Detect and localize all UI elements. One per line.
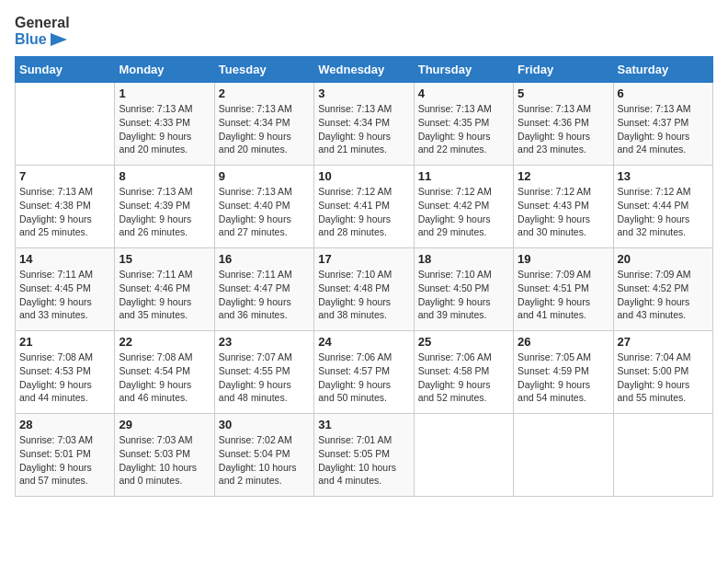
calendar-cell: 8Sunrise: 7:13 AM Sunset: 4:39 PM Daylig… [115,166,214,248]
day-info: Sunrise: 7:11 AM Sunset: 4:45 PM Dayligh… [19,268,110,322]
day-number: 6 [618,86,709,100]
column-header-sunday: Sunday [16,57,115,83]
day-number: 27 [618,335,709,349]
week-row-2: 7Sunrise: 7:13 AM Sunset: 4:38 PM Daylig… [16,166,713,248]
week-row-1: 1Sunrise: 7:13 AM Sunset: 4:33 PM Daylig… [16,83,713,166]
header-row: SundayMondayTuesdayWednesdayThursdayFrid… [16,57,713,83]
day-info: Sunrise: 7:12 AM Sunset: 4:44 PM Dayligh… [618,185,709,239]
column-header-wednesday: Wednesday [314,57,414,83]
day-number: 1 [119,86,210,100]
calendar-cell: 9Sunrise: 7:13 AM Sunset: 4:40 PM Daylig… [214,166,313,248]
calendar-cell: 13Sunrise: 7:12 AM Sunset: 4:44 PM Dayli… [613,166,712,248]
column-header-monday: Monday [115,57,214,83]
day-info: Sunrise: 7:02 AM Sunset: 5:04 PM Dayligh… [219,433,310,488]
calendar-cell: 7Sunrise: 7:13 AM Sunset: 4:38 PM Daylig… [16,166,115,248]
day-info: Sunrise: 7:13 AM Sunset: 4:39 PM Dayligh… [119,185,210,239]
day-info: Sunrise: 7:13 AM Sunset: 4:34 PM Dayligh… [219,102,310,156]
day-number: 12 [518,169,609,183]
logo-blue: Blue [15,31,70,48]
day-number: 2 [219,86,310,100]
day-info: Sunrise: 7:13 AM Sunset: 4:37 PM Dayligh… [618,102,709,156]
svg-marker-0 [51,33,67,46]
day-number: 10 [318,169,409,183]
day-info: Sunrise: 7:01 AM Sunset: 5:05 PM Dayligh… [318,433,409,488]
day-info: Sunrise: 7:10 AM Sunset: 4:50 PM Dayligh… [418,268,509,322]
calendar-cell: 10Sunrise: 7:12 AM Sunset: 4:41 PM Dayli… [314,166,414,248]
day-number: 18 [418,252,509,266]
day-info: Sunrise: 7:03 AM Sunset: 5:03 PM Dayligh… [119,433,210,488]
day-number: 20 [618,252,709,266]
day-number: 4 [418,86,509,100]
calendar-cell: 5Sunrise: 7:13 AM Sunset: 4:36 PM Daylig… [514,83,613,166]
day-info: Sunrise: 7:03 AM Sunset: 5:01 PM Dayligh… [19,433,110,488]
day-number: 24 [318,335,409,349]
day-info: Sunrise: 7:04 AM Sunset: 5:00 PM Dayligh… [618,350,709,405]
day-info: Sunrise: 7:13 AM Sunset: 4:34 PM Dayligh… [318,102,409,156]
day-info: Sunrise: 7:11 AM Sunset: 4:46 PM Dayligh… [119,268,210,322]
calendar-cell: 14Sunrise: 7:11 AM Sunset: 4:45 PM Dayli… [16,248,115,331]
day-info: Sunrise: 7:12 AM Sunset: 4:41 PM Dayligh… [318,185,409,239]
logo: General Blue [15,15,70,47]
calendar-cell: 16Sunrise: 7:11 AM Sunset: 4:47 PM Dayli… [214,248,313,331]
day-number: 7 [19,169,110,183]
day-number: 17 [318,252,409,266]
day-number: 5 [518,86,609,100]
logo-arrow-icon [51,33,67,46]
day-number: 16 [219,252,310,266]
day-number: 13 [618,169,709,183]
calendar-cell: 15Sunrise: 7:11 AM Sunset: 4:46 PM Dayli… [115,248,214,331]
calendar-cell: 21Sunrise: 7:08 AM Sunset: 4:53 PM Dayli… [16,331,115,414]
calendar-cell: 27Sunrise: 7:04 AM Sunset: 5:00 PM Dayli… [613,331,712,414]
calendar-cell: 4Sunrise: 7:13 AM Sunset: 4:35 PM Daylig… [414,83,513,166]
calendar-cell: 23Sunrise: 7:07 AM Sunset: 4:55 PM Dayli… [214,331,313,414]
page-header: General Blue [15,15,713,47]
day-info: Sunrise: 7:13 AM Sunset: 4:35 PM Dayligh… [418,102,509,156]
day-info: Sunrise: 7:09 AM Sunset: 4:52 PM Dayligh… [618,268,709,322]
day-info: Sunrise: 7:12 AM Sunset: 4:42 PM Dayligh… [418,185,509,239]
day-number: 15 [119,252,210,266]
day-info: Sunrise: 7:07 AM Sunset: 4:55 PM Dayligh… [219,350,310,405]
week-row-4: 21Sunrise: 7:08 AM Sunset: 4:53 PM Dayli… [16,331,713,414]
calendar-cell: 3Sunrise: 7:13 AM Sunset: 4:34 PM Daylig… [314,83,414,166]
calendar-cell: 22Sunrise: 7:08 AM Sunset: 4:54 PM Dayli… [115,331,214,414]
day-info: Sunrise: 7:12 AM Sunset: 4:43 PM Dayligh… [518,185,609,239]
day-info: Sunrise: 7:06 AM Sunset: 4:58 PM Dayligh… [418,350,509,405]
calendar-cell: 28Sunrise: 7:03 AM Sunset: 5:01 PM Dayli… [16,414,115,497]
calendar-cell: 29Sunrise: 7:03 AM Sunset: 5:03 PM Dayli… [115,414,214,497]
calendar-cell: 12Sunrise: 7:12 AM Sunset: 4:43 PM Dayli… [514,166,613,248]
calendar-cell: 11Sunrise: 7:12 AM Sunset: 4:42 PM Dayli… [414,166,513,248]
calendar-cell [414,414,513,497]
column-header-friday: Friday [514,57,613,83]
column-header-thursday: Thursday [414,57,513,83]
calendar-cell [16,83,115,166]
calendar-cell: 25Sunrise: 7:06 AM Sunset: 4:58 PM Dayli… [414,331,513,414]
day-info: Sunrise: 7:13 AM Sunset: 4:38 PM Dayligh… [19,185,110,239]
calendar-cell [514,414,613,497]
week-row-5: 28Sunrise: 7:03 AM Sunset: 5:01 PM Dayli… [16,414,713,497]
day-number: 8 [119,169,210,183]
calendar-cell: 31Sunrise: 7:01 AM Sunset: 5:05 PM Dayli… [314,414,414,497]
calendar-cell: 26Sunrise: 7:05 AM Sunset: 4:59 PM Dayli… [514,331,613,414]
calendar-cell: 2Sunrise: 7:13 AM Sunset: 4:34 PM Daylig… [214,83,313,166]
calendar-cell: 24Sunrise: 7:06 AM Sunset: 4:57 PM Dayli… [314,331,414,414]
day-number: 3 [318,86,409,100]
day-info: Sunrise: 7:09 AM Sunset: 4:51 PM Dayligh… [518,268,609,322]
day-number: 19 [518,252,609,266]
day-number: 14 [19,252,110,266]
day-number: 9 [219,169,310,183]
calendar-cell [613,414,712,497]
calendar-cell: 17Sunrise: 7:10 AM Sunset: 4:48 PM Dayli… [314,248,414,331]
day-info: Sunrise: 7:06 AM Sunset: 4:57 PM Dayligh… [318,350,409,405]
day-info: Sunrise: 7:13 AM Sunset: 4:40 PM Dayligh… [219,185,310,239]
day-number: 23 [219,335,310,349]
day-number: 25 [418,335,509,349]
day-info: Sunrise: 7:13 AM Sunset: 4:33 PM Dayligh… [119,102,210,156]
day-number: 31 [318,418,409,431]
calendar-cell: 6Sunrise: 7:13 AM Sunset: 4:37 PM Daylig… [613,83,712,166]
calendar-cell: 1Sunrise: 7:13 AM Sunset: 4:33 PM Daylig… [115,83,214,166]
calendar-cell: 30Sunrise: 7:02 AM Sunset: 5:04 PM Dayli… [214,414,313,497]
column-header-tuesday: Tuesday [214,57,313,83]
day-number: 28 [19,418,110,431]
day-info: Sunrise: 7:08 AM Sunset: 4:53 PM Dayligh… [19,350,110,405]
day-number: 30 [219,418,310,431]
